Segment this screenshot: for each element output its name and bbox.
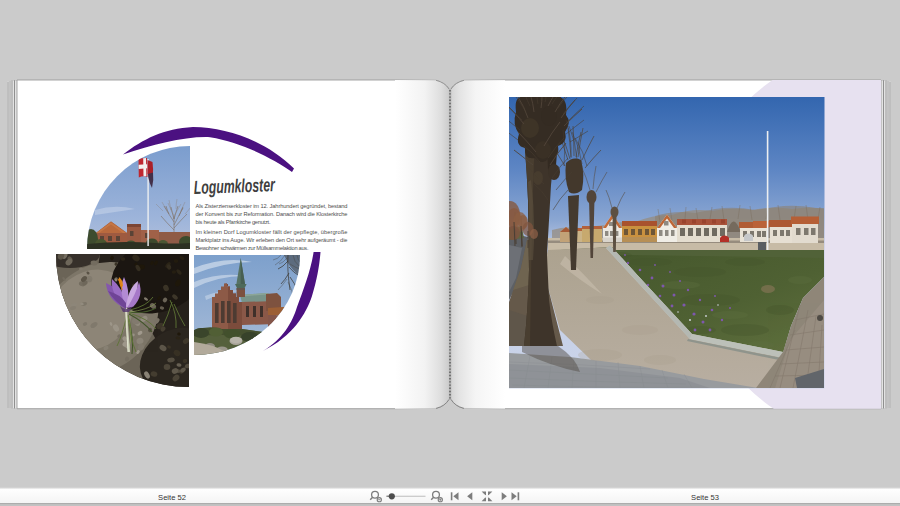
svg-text:bis heute als Pfarrkirche genu: bis heute als Pfarrkirche genutzt. xyxy=(196,219,271,225)
svg-text:der Konvent bis zur Reformatio: der Konvent bis zur Reformation. Danach … xyxy=(196,211,348,217)
svg-text:Marktplatz ins Auge. Wir erleb: Marktplatz ins Auge. Wir erleben den Ort… xyxy=(196,237,348,243)
svg-text:Logumkloster: Logumkloster xyxy=(193,174,276,198)
svg-text:Als Zisterzienserkloster im 12: Als Zisterzienserkloster im 12. Jahrhund… xyxy=(196,203,348,209)
svg-text:Bewohner schwärmen zur Müllsam: Bewohner schwärmen zur Müllsammelaktion … xyxy=(196,245,309,251)
svg-text:Im kleinen Dorf Logumkloster f: Im kleinen Dorf Logumkloster fällt der g… xyxy=(196,229,348,235)
svg-text:Seite 52: Seite 52 xyxy=(158,493,186,502)
svg-text:Seite 53: Seite 53 xyxy=(691,493,719,502)
